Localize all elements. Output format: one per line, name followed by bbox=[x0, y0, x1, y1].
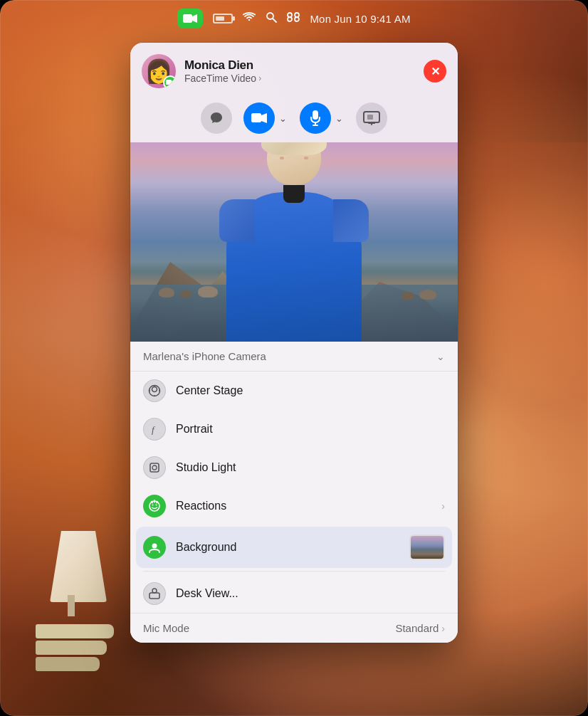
svg-rect-16 bbox=[367, 115, 373, 120]
menu-item-center-stage[interactable]: Center Stage bbox=[130, 372, 458, 410]
call-controls: ⌄ ⌄ bbox=[130, 97, 458, 142]
svg-rect-24 bbox=[150, 463, 159, 472]
caller-avatar: 👩 bbox=[142, 54, 176, 88]
mic-chevron[interactable]: ⌄ bbox=[334, 110, 345, 127]
wifi-icon bbox=[243, 12, 256, 25]
svg-point-27 bbox=[152, 505, 154, 506]
desk-view-icon bbox=[143, 582, 166, 605]
person-overlay bbox=[223, 157, 365, 342]
svg-text:f: f bbox=[152, 424, 156, 435]
close-button[interactable]: ✕ bbox=[424, 60, 446, 83]
svg-rect-8 bbox=[166, 80, 172, 85]
person-hair bbox=[261, 142, 327, 155]
control-center-icon[interactable] bbox=[287, 12, 300, 25]
menu-item-studio-light[interactable]: Studio Light bbox=[130, 448, 458, 487]
camera-source-row[interactable]: Marlena's iPhone Camera ⌄ bbox=[130, 342, 458, 372]
search-icon[interactable] bbox=[266, 11, 277, 26]
reactions-chevron: › bbox=[441, 500, 445, 512]
menu-item-reactions[interactable]: Reactions › bbox=[130, 487, 458, 525]
menu-item-portrait[interactable]: f Portrait bbox=[130, 410, 458, 448]
call-header: 👩 Monica Dien FaceTime Video › ✕ bbox=[130, 43, 458, 97]
center-stage-label: Center Stage bbox=[176, 384, 445, 397]
svg-rect-0 bbox=[183, 14, 192, 23]
mic-mode-label: Mic Mode bbox=[143, 622, 189, 634]
shore-rocks-right bbox=[401, 290, 436, 302]
studio-light-label: Studio Light bbox=[176, 461, 445, 474]
mic-control-group: ⌄ bbox=[300, 102, 345, 134]
svg-line-31 bbox=[152, 502, 152, 503]
battery-icon bbox=[213, 14, 233, 23]
svg-marker-1 bbox=[192, 14, 197, 23]
caller-info: Monica Dien FaceTime Video › bbox=[184, 58, 424, 84]
avatar-badge bbox=[163, 75, 176, 88]
call-type[interactable]: FaceTime Video › bbox=[184, 73, 424, 84]
svg-line-3 bbox=[273, 19, 276, 22]
svg-point-7 bbox=[295, 17, 299, 21]
camera-dropdown-panel: Marlena's iPhone Camera ⌄ Center Stage bbox=[130, 342, 458, 643]
desk-decoration bbox=[36, 531, 142, 673]
svg-point-25 bbox=[152, 465, 157, 470]
background-label: Background bbox=[176, 541, 409, 554]
video-feed bbox=[130, 142, 458, 342]
facetime-window: 👩 Monica Dien FaceTime Video › ✕ bbox=[130, 43, 458, 643]
svg-point-34 bbox=[152, 589, 157, 593]
portrait-label: Portrait bbox=[176, 423, 445, 436]
mic-button[interactable] bbox=[300, 102, 331, 134]
camera-source-chevron: ⌄ bbox=[436, 351, 445, 362]
svg-line-30 bbox=[157, 502, 157, 503]
call-type-chevron: › bbox=[258, 73, 261, 83]
svg-point-17 bbox=[152, 387, 157, 392]
video-chevron[interactable]: ⌄ bbox=[278, 110, 288, 127]
reactions-label: Reactions bbox=[176, 500, 441, 512]
screen-share-button[interactable] bbox=[356, 102, 387, 134]
menu-item-desk-view[interactable]: Desk View... bbox=[130, 574, 458, 613]
background-icon bbox=[143, 536, 166, 559]
person-body bbox=[226, 192, 362, 342]
mic-mode-row[interactable]: Mic Mode Standard › bbox=[130, 613, 458, 643]
facetime-menubar-icon[interactable] bbox=[177, 9, 203, 28]
center-stage-icon bbox=[143, 379, 166, 402]
background-thumbnail bbox=[409, 535, 445, 560]
caller-name: Monica Dien bbox=[184, 58, 424, 73]
svg-rect-12 bbox=[313, 110, 318, 120]
menubar-datetime: Mon Jun 10 9:41 AM bbox=[310, 13, 410, 25]
menu-divider bbox=[143, 571, 445, 572]
svg-point-6 bbox=[288, 17, 292, 21]
video-button[interactable] bbox=[243, 102, 275, 134]
menu-item-background[interactable]: Background bbox=[136, 527, 452, 568]
video-control-group: ⌄ bbox=[243, 102, 288, 134]
svg-rect-33 bbox=[149, 593, 159, 599]
studio-light-icon bbox=[143, 456, 166, 479]
shore-rocks bbox=[159, 286, 218, 300]
desk-view-label: Desk View... bbox=[176, 587, 445, 600]
message-button[interactable] bbox=[201, 102, 232, 134]
mic-mode-value: Standard › bbox=[395, 622, 445, 634]
portrait-icon: f bbox=[143, 418, 166, 441]
menubar: Mon Jun 10 9:41 AM bbox=[0, 0, 588, 37]
svg-marker-11 bbox=[261, 113, 267, 123]
person-head bbox=[267, 142, 321, 185]
svg-point-32 bbox=[152, 544, 157, 549]
reactions-icon bbox=[143, 495, 166, 517]
svg-marker-9 bbox=[172, 80, 174, 85]
camera-source-label: Marlena's iPhone Camera bbox=[143, 350, 266, 362]
svg-point-28 bbox=[156, 505, 157, 506]
person-scarf bbox=[283, 185, 305, 203]
svg-rect-10 bbox=[251, 113, 261, 122]
